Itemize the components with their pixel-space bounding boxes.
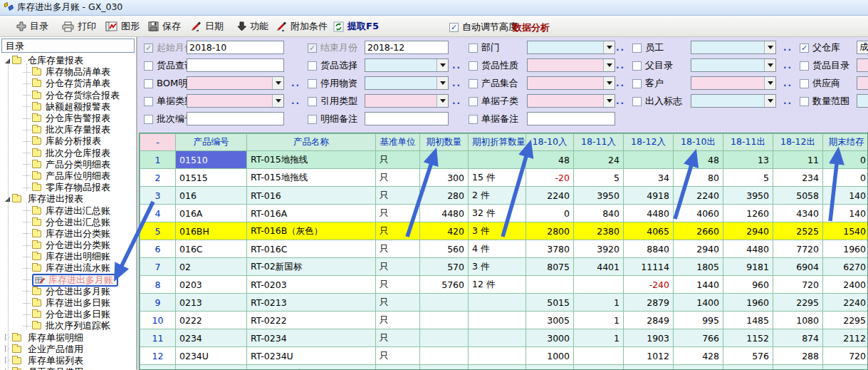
column-header-18-11入[interactable]: 18-11入 (574, 134, 624, 151)
filter-input-货品查询[interactable] (187, 58, 284, 72)
cell-18-11出[interactable]: 1152 (723, 329, 773, 347)
chevron-down-icon[interactable] (603, 41, 615, 53)
cell-期初数量[interactable]: 560 (420, 240, 469, 258)
tree-group-item[interactable]: 库存单据明细 (0, 332, 136, 344)
column-header-期初数量[interactable]: 期初数量 (420, 134, 469, 151)
filter-dropdown-货品目录[interactable] (857, 58, 868, 72)
save-button[interactable]: 保存 (145, 18, 184, 35)
cell-产品编号[interactable]: 016 (176, 187, 247, 205)
cell-期初数量[interactable]: 4480 (420, 205, 469, 222)
cell-期初数量[interactable] (420, 312, 469, 329)
cell-18-10出[interactable]: 1400 (674, 294, 723, 312)
cell-产品名称[interactable]: RT-0222 (247, 312, 376, 329)
cell-产品编号[interactable]: 0234U (176, 347, 247, 365)
cell-18-10出[interactable]: 2940 (674, 240, 723, 258)
cell-18-11入[interactable] (574, 347, 624, 365)
tree-item[interactable]: 库存进出汇总账 (0, 205, 136, 216)
cell-18-10入[interactable]: 0 (526, 205, 574, 222)
cell-期初折算数量[interactable] (469, 365, 526, 370)
cell-18-12入[interactable]: 4065 (624, 222, 674, 240)
chevron-down-icon[interactable] (436, 77, 448, 89)
cell-期初折算数量[interactable]: 4 件 (469, 240, 526, 258)
cell-产品名称[interactable]: RT-016A (247, 205, 376, 222)
cell-基准单位[interactable]: 只 (376, 187, 420, 205)
cell-期初数量[interactable] (420, 347, 469, 365)
function-button[interactable]: 功能 (234, 18, 272, 35)
filter-dropdown-供应商[interactable] (857, 76, 868, 90)
filter-input-结束月份[interactable] (365, 41, 449, 54)
cell-基准单位[interactable]: 只 (376, 294, 420, 312)
cell-18-12出[interactable]: 11 (773, 151, 823, 169)
filter-dropdown-单据类型[interactable] (187, 94, 284, 108)
filter-input-明细备注[interactable] (365, 112, 449, 125)
cell-18-10入[interactable]: 1000 (526, 347, 574, 365)
tree-item[interactable]: 库存进出分类账 (0, 228, 136, 240)
cell-18-12入[interactable]: 2849 (624, 312, 674, 329)
cell-18-12入[interactable]: 4480 (624, 205, 674, 222)
row-number[interactable]: 11 (140, 329, 176, 347)
cell-18-11出[interactable]: 3950 (723, 187, 773, 205)
cell-产品名称[interactable]: RT-016C (247, 240, 376, 258)
cell-期初数量[interactable] (420, 151, 469, 169)
tree-item[interactable]: 分仓存货综合报表 (0, 90, 136, 101)
cell-18-11出[interactable]: 9181 (723, 258, 773, 276)
cell-产品编号[interactable]: 0261 (176, 365, 247, 370)
cell-18-11入[interactable]: 3006 (574, 365, 624, 370)
row-number[interactable]: 13 (140, 365, 176, 370)
column-header-18-10入[interactable]: 18-10入 (526, 134, 574, 151)
filter-checkbox[interactable] (469, 115, 478, 124)
cell-期初数量[interactable] (420, 329, 469, 347)
tree-group-item[interactable]: 库存单据列表 (0, 355, 136, 366)
cell-18-11出[interactable]: 5 (723, 169, 773, 187)
cell-18-10入[interactable]: 2240 (526, 187, 574, 205)
row-number[interactable]: 4 (140, 205, 176, 222)
tree-item[interactable]: 分仓进出多月账 (0, 286, 136, 297)
cell-产品编号[interactable]: 016C (176, 240, 247, 258)
tree-item[interactable]: 库存进出流水账 (0, 262, 136, 274)
cell-期初数量[interactable] (420, 294, 469, 312)
filter-checkbox[interactable] (308, 43, 317, 53)
cell-18-11出[interactable]: 576 (723, 347, 773, 365)
tree-group-item[interactable]: 库存进出报表 (0, 193, 136, 205)
cell-18-11入[interactable]: 1 (574, 312, 624, 329)
chevron-down-icon[interactable] (272, 95, 283, 107)
cell-期初折算数量[interactable]: 3 件 (469, 258, 526, 276)
filter-dropdown-出入标志[interactable] (691, 94, 776, 108)
cell-产品名称[interactable]: RT-02新国标 (247, 258, 376, 276)
chevron-down-icon[interactable] (764, 77, 775, 89)
cell-产品名称[interactable]: RT-015地拖线 (247, 151, 376, 169)
cell-18-11出[interactable]: 13 (723, 151, 773, 169)
cell-18-12出[interactable]: 7720 (773, 240, 823, 258)
cell-基准单位[interactable]: 只 (376, 312, 420, 329)
cell-18-12入[interactable]: 11114 (624, 258, 674, 276)
cell-18-12出[interactable]: 720 (773, 276, 823, 294)
tree-item[interactable]: 产品分类明细表 (0, 159, 136, 170)
fetch-f5-button[interactable]: 提取F5 (330, 18, 382, 35)
filter-dropdown-产品集合[interactable] (527, 76, 615, 90)
chevron-down-icon[interactable] (436, 95, 448, 107)
cell-18-11入[interactable]: 24 (574, 151, 624, 169)
cell-产品编号[interactable]: 01515 (176, 169, 247, 187)
tree-item[interactable]: 分仓库告警报表 (0, 113, 136, 124)
chevron-down-icon[interactable] (764, 41, 775, 53)
filter-input-起始月份[interactable] (187, 41, 284, 54)
cell-18-12出[interactable]: 5058 (773, 187, 823, 205)
cell-产品编号[interactable]: 0203 (176, 276, 247, 294)
cell-18-10入[interactable]: 48 (526, 151, 574, 169)
tree-item[interactable]: 分仓存货清单表 (0, 78, 136, 89)
filter-dropdown-引用类型[interactable] (365, 94, 449, 108)
cell-期初折算数量[interactable]: 3 件 (469, 222, 526, 240)
column-header-期初折算数量[interactable]: 期初折算数量 (469, 134, 526, 151)
row-number[interactable]: 10 (140, 312, 176, 329)
column-header-产品编号[interactable]: 产品编号 (176, 134, 247, 151)
filter-checkbox[interactable] (144, 79, 153, 88)
tree-group-item[interactable]: 企业产品借用 (0, 344, 136, 355)
cell-期初数量[interactable]: 570 (420, 258, 469, 276)
cell-18-12入[interactable]: -240 (624, 276, 674, 294)
column-header-index[interactable]: - (140, 134, 176, 151)
cell-产品名称[interactable]: RT-0213 (247, 294, 376, 312)
cell-期末结存[interactable]: 6270 (823, 258, 868, 276)
cell-18-12入[interactable]: -70 (624, 365, 674, 370)
filter-checkbox[interactable] (469, 61, 478, 71)
filter-checkbox[interactable] (632, 79, 642, 88)
